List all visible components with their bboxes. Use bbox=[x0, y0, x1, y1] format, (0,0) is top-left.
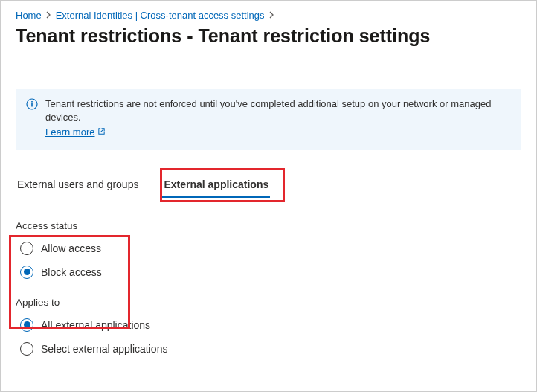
learn-more-label: Learn more bbox=[45, 126, 94, 139]
radio-select-external-applications[interactable]: Select external applications bbox=[20, 342, 521, 356]
radio-all-external-applications[interactable]: All external applications bbox=[20, 318, 521, 332]
breadcrumb-external-identities[interactable]: External Identities | Cross-tenant acces… bbox=[56, 10, 265, 21]
radio-block-access[interactable]: Block access bbox=[20, 266, 521, 279]
breadcrumb: Home External Identities | Cross-tenant … bbox=[16, 10, 521, 21]
learn-more-link[interactable]: Learn more bbox=[45, 126, 106, 139]
radio-icon bbox=[20, 266, 33, 279]
applies-to-title: Applies to bbox=[16, 297, 521, 308]
radio-block-label: Block access bbox=[41, 266, 102, 278]
radio-all-label: All external applications bbox=[41, 319, 150, 331]
tabs: External users and groups External appli… bbox=[16, 173, 521, 198]
tab-external-applications[interactable]: External applications bbox=[162, 173, 270, 198]
radio-icon bbox=[20, 318, 33, 332]
page-title: Tenant restrictions - Tenant restriction… bbox=[16, 25, 521, 47]
info-banner-text: Tenant restrictions are not enforced unt… bbox=[45, 98, 491, 123]
tab-external-users-groups[interactable]: External users and groups bbox=[16, 173, 140, 198]
breadcrumb-home[interactable]: Home bbox=[16, 10, 42, 21]
section-applies-to: Applies to All external applications Sel… bbox=[16, 297, 521, 356]
info-banner: Tenant restrictions are not enforced unt… bbox=[16, 89, 521, 150]
radio-icon bbox=[20, 342, 33, 356]
access-status-title: Access status bbox=[16, 220, 521, 231]
chevron-right-icon bbox=[269, 11, 274, 20]
section-access-status: Access status Allow access Block access bbox=[16, 220, 521, 279]
external-link-icon bbox=[97, 126, 106, 139]
info-icon bbox=[26, 97, 38, 140]
radio-icon bbox=[20, 242, 33, 255]
radio-allow-access[interactable]: Allow access bbox=[20, 242, 521, 255]
svg-rect-2 bbox=[31, 101, 33, 103]
svg-rect-1 bbox=[31, 103, 33, 107]
radio-select-label: Select external applications bbox=[41, 343, 167, 355]
chevron-right-icon bbox=[46, 11, 51, 20]
radio-allow-label: Allow access bbox=[41, 242, 101, 254]
